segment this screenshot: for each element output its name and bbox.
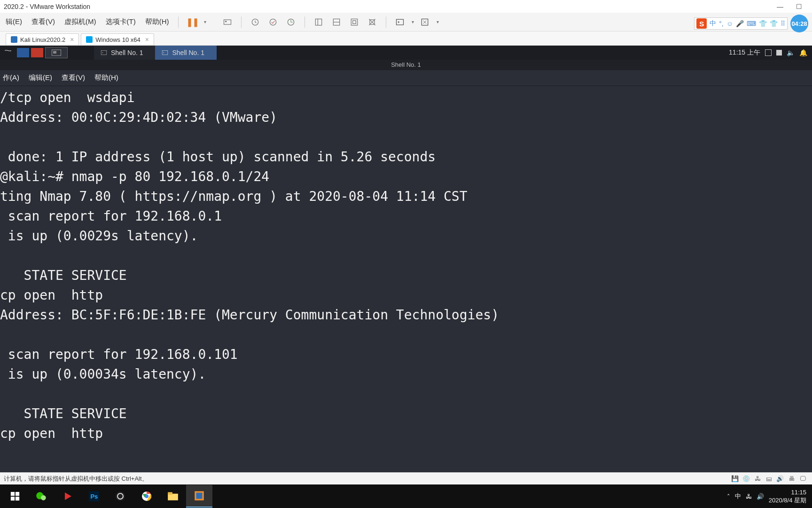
- device-cd-icon[interactable]: 💿: [742, 475, 751, 483]
- ime-lang[interactable]: 中: [710, 19, 716, 28]
- vm-tab-label: Windows 10 x64: [95, 36, 140, 43]
- snapshot-take-icon[interactable]: [248, 15, 262, 29]
- svg-rect-12: [397, 19, 404, 25]
- ime-person-icon[interactable]: 👕: [770, 20, 778, 27]
- console-icon[interactable]: [393, 15, 407, 29]
- terminal-output[interactable]: /tcp open wsdapi Address: 00:0C:29:4D:02…: [0, 86, 812, 472]
- terminal-menubar: 作(A) 编辑(E) 查看(V) 帮助(H): [0, 70, 812, 86]
- taskbar-shell-2[interactable]: Shell No. 1: [155, 46, 216, 60]
- vm-tab-kali[interactable]: Kali Linux2020.2 ×: [6, 33, 79, 45]
- menu-view[interactable]: 查看(V): [29, 16, 58, 28]
- ime-toolbar[interactable]: S 中 °, ☺ 🎤 ⌨ 👕 👕 ⠿: [694, 17, 788, 30]
- vm-tab-windows[interactable]: Windows 10 x64 ×: [81, 33, 154, 45]
- tray-volume-icon[interactable]: 🔊: [757, 493, 764, 500]
- terminal-icon: [101, 49, 107, 56]
- menu-edit[interactable]: 辑(E): [3, 16, 25, 28]
- vmware-statusbar: 计算机，请将鼠标指针从虚拟机中移出或按 Ctrl+Alt。 💾 💿 🖧 🖴 🔊 …: [0, 472, 812, 484]
- svg-rect-20: [11, 497, 15, 500]
- term-line: scan report for 192.168.0.1: [0, 208, 222, 224]
- taskbar-obs-icon[interactable]: [107, 485, 133, 508]
- ime-more-icon[interactable]: ⠿: [781, 20, 785, 27]
- device-hdd-icon[interactable]: 💾: [730, 475, 740, 483]
- taskbar-shell-1[interactable]: Shell No. 1: [94, 46, 155, 60]
- stretch-dropdown-icon[interactable]: ▾: [437, 19, 439, 24]
- pause-button[interactable]: ❚❚: [185, 15, 199, 29]
- device-printer-icon[interactable]: 🖶: [787, 475, 796, 483]
- term-line: STATE SERVICE: [0, 406, 127, 421]
- taskbar-media-icon[interactable]: [55, 485, 81, 508]
- view-split-icon[interactable]: [329, 15, 344, 29]
- term-menu-help[interactable]: 帮助(H): [94, 73, 118, 82]
- tray-time: 11:15: [769, 488, 806, 496]
- panel-clock[interactable]: 11:15 上午: [729, 48, 760, 57]
- view-single-icon[interactable]: [312, 15, 326, 29]
- terminal-title: Shell No. 1: [391, 61, 421, 68]
- device-usb-icon[interactable]: 🖴: [764, 475, 773, 483]
- volume-icon[interactable]: 🔈: [787, 49, 795, 56]
- display-icon[interactable]: [765, 49, 772, 56]
- close-icon[interactable]: ×: [145, 36, 149, 43]
- workspace-2-icon[interactable]: [31, 48, 43, 57]
- taskbar-label: Shell No. 1: [172, 49, 204, 56]
- svg-rect-1: [225, 21, 226, 22]
- vm-tab-label: Kali Linux2020.2: [20, 36, 65, 43]
- term-menu-view[interactable]: 查看(V): [62, 73, 85, 82]
- term-line: cp open http: [0, 426, 103, 441]
- device-sound-icon[interactable]: 🔊: [775, 475, 785, 483]
- xfce-top-panel: Shell No. 1 Shell No. 1 11:15 上午 🔈 🔔: [0, 46, 812, 60]
- term-menu-actions[interactable]: 作(A): [3, 73, 19, 82]
- device-display-icon[interactable]: 🖵: [798, 475, 807, 483]
- term-line: done: 1 IP address (1 host up) scanned i…: [0, 149, 436, 165]
- timer-badge: 04:28: [790, 15, 808, 32]
- snapshot-revert-icon[interactable]: [266, 15, 280, 29]
- ime-emoji-icon[interactable]: ☺: [726, 20, 733, 27]
- svg-text:Ps: Ps: [90, 493, 98, 500]
- svg-point-23: [41, 495, 46, 500]
- svg-rect-0: [224, 20, 231, 24]
- status-text: 计算机，请将鼠标指针从虚拟机中移出或按 Ctrl+Alt。: [4, 475, 148, 483]
- term-line: /tcp open wsdapi: [0, 90, 135, 105]
- view-unity-icon[interactable]: [347, 15, 361, 29]
- minimize-button[interactable]: —: [771, 3, 789, 10]
- taskbar-photoshop-icon[interactable]: Ps: [81, 485, 107, 508]
- taskbar-chrome-icon[interactable]: [133, 485, 160, 508]
- device-net-icon[interactable]: 🖧: [753, 475, 762, 483]
- ime-overlay: S 中 °, ☺ 🎤 ⌨ 👕 👕 ⠿ 04:28: [694, 15, 808, 32]
- tray-network-icon[interactable]: 🖧: [746, 493, 752, 500]
- taskbar-label: Shell No. 1: [111, 49, 143, 56]
- pause-dropdown-icon[interactable]: ▾: [204, 19, 206, 24]
- view-fullscreen-exit-icon[interactable]: [365, 15, 379, 29]
- tray-chevron-icon[interactable]: ˄: [727, 493, 730, 500]
- ime-punct[interactable]: °,: [719, 20, 724, 27]
- tray-ime-lang[interactable]: 中: [735, 492, 741, 500]
- svg-marker-24: [65, 492, 71, 500]
- taskbar-explorer-icon[interactable]: [160, 485, 186, 508]
- send-ctrlaltdel-icon[interactable]: [220, 15, 234, 29]
- kali-menu-icon[interactable]: [1, 47, 15, 58]
- console-dropdown-icon[interactable]: ▾: [412, 19, 414, 24]
- taskbar-vmware-icon[interactable]: [186, 485, 212, 508]
- stretch-icon[interactable]: [418, 15, 432, 29]
- terminal-titlebar[interactable]: Shell No. 1: [0, 60, 812, 70]
- workspace-1-icon[interactable]: [17, 48, 29, 57]
- tray-app-icon[interactable]: [776, 50, 782, 56]
- ime-keyboard-icon[interactable]: ⌨: [747, 20, 756, 27]
- ime-logo-icon: S: [696, 18, 707, 29]
- notification-icon[interactable]: 🔔: [799, 49, 807, 56]
- taskbar-wechat-icon[interactable]: [28, 485, 55, 508]
- menu-help[interactable]: 帮助(H): [142, 16, 172, 28]
- start-button[interactable]: [2, 485, 28, 508]
- close-icon[interactable]: ×: [70, 36, 74, 43]
- guest-screen[interactable]: Shell No. 1 Shell No. 1 11:15 上午 🔈 🔔 She…: [0, 46, 812, 472]
- maximize-button[interactable]: ☐: [789, 3, 808, 10]
- show-desktop-icon[interactable]: [45, 47, 68, 58]
- menu-vm[interactable]: 虚拟机(M): [62, 16, 99, 28]
- menu-tabs[interactable]: 选项卡(T): [103, 16, 139, 28]
- tray-clock[interactable]: 11:15 2020/8/4 星期: [769, 488, 806, 504]
- ime-voice-icon[interactable]: 🎤: [736, 20, 744, 27]
- svg-rect-9: [351, 19, 358, 25]
- snapshot-manager-icon[interactable]: [284, 15, 298, 29]
- vmware-menubar: 辑(E) 查看(V) 虚拟机(M) 选项卡(T) 帮助(H) ❚❚ ▾ ▾ ▾ …: [0, 13, 812, 32]
- ime-skin-icon[interactable]: 👕: [759, 20, 767, 27]
- term-menu-edit[interactable]: 编辑(E): [29, 73, 52, 82]
